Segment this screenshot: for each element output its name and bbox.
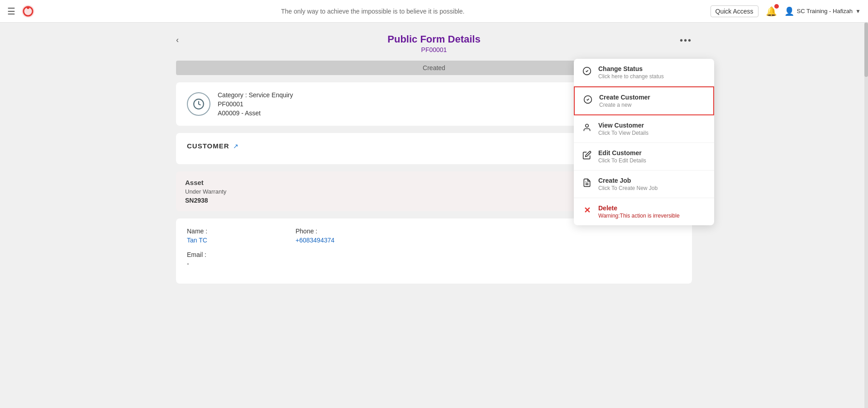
view-customer-desc: Click To View Details <box>598 130 649 136</box>
context-dropdown-menu: Change Status Click here to change statu… <box>574 59 714 225</box>
view-customer-title: View Customer <box>598 122 649 129</box>
menu-item-delete[interactable]: ✕ Delete Warning:This action is irrevers… <box>574 198 714 225</box>
info-row-email: Email : - <box>187 251 681 267</box>
edit-customer-desc: Click To Edit Details <box>598 157 646 164</box>
customer-section-title: CUSTOMER <box>187 142 229 150</box>
page-title-group: Public Form Details PF00001 <box>387 33 480 53</box>
quick-access-button[interactable]: Quick Access <box>711 5 758 17</box>
top-navigation: ☰ The only way to achieve the impossible… <box>0 0 868 23</box>
info-fields-card: Name : Tan TC Phone : +6083494374 Email … <box>176 218 692 284</box>
card-asset: A00009 - Asset <box>218 109 293 117</box>
change-status-text: Change Status Click here to change statu… <box>598 65 664 80</box>
name-field: Name : Tan TC <box>187 228 277 244</box>
svg-point-6 <box>586 124 589 128</box>
scrollbar-thumb[interactable] <box>864 23 868 77</box>
nav-right: Quick Access 🔔 👤 SC Training - Hafizah ▼ <box>711 5 861 17</box>
name-value: Tan TC <box>187 237 277 244</box>
hamburger-icon[interactable]: ☰ <box>7 6 15 17</box>
card-text-group: Category : Service Enquiry PF00001 A0000… <box>218 91 293 117</box>
asset-warranty: Under Warranty <box>185 188 226 195</box>
motto-text: The only way to achieve the impossible i… <box>35 8 711 15</box>
more-options-button[interactable]: ••• <box>680 35 692 46</box>
create-job-desc: Click To Create New Job <box>598 185 658 191</box>
email-label: Email : <box>187 251 277 258</box>
card-category: Category : Service Enquiry <box>218 91 293 99</box>
create-customer-title: Create Customer <box>599 94 650 101</box>
phone-label: Phone : <box>296 228 386 235</box>
menu-item-change-status[interactable]: Change Status Click here to change statu… <box>574 59 714 86</box>
svg-point-2 <box>27 6 29 9</box>
phone-value: +6083494374 <box>296 237 386 244</box>
back-button[interactable]: ‹ <box>176 35 179 45</box>
create-customer-desc: Create a new <box>599 102 650 108</box>
notification-icon[interactable]: 🔔 <box>766 6 777 17</box>
edit-customer-text: Edit Customer Click To Edit Details <box>598 149 646 164</box>
delete-desc: Warning:This action is irreversible <box>598 213 680 219</box>
create-customer-text: Create Customer Create a new <box>599 94 650 108</box>
status-label: Created <box>423 64 445 71</box>
delete-text: Delete Warning:This action is irreversib… <box>598 204 680 219</box>
clock-icon <box>187 92 210 116</box>
asset-sn: SN2938 <box>185 197 226 204</box>
create-job-icon <box>582 178 592 188</box>
create-job-text: Create Job Click To Create New Job <box>598 177 658 191</box>
edit-customer-icon <box>582 150 592 160</box>
name-label: Name : <box>187 228 277 235</box>
change-status-icon <box>582 66 592 76</box>
email-field: Email : - <box>187 251 277 267</box>
delete-icon: ✕ <box>582 205 592 215</box>
app-logo <box>21 4 35 19</box>
edit-customer-title: Edit Customer <box>598 149 646 157</box>
user-name-label: SC Training - Hafizah <box>797 8 853 14</box>
create-job-title: Create Job <box>598 177 658 184</box>
notification-badge <box>774 4 779 9</box>
email-value: - <box>187 260 277 267</box>
page-subtitle: PF00001 <box>387 46 480 53</box>
menu-item-view-customer[interactable]: View Customer Click To View Details <box>574 115 714 143</box>
asset-label: Asset <box>185 179 226 186</box>
change-status-desc: Click here to change status <box>598 73 664 80</box>
delete-title: Delete <box>598 204 680 212</box>
view-customer-icon <box>582 123 592 133</box>
create-customer-icon <box>583 95 593 104</box>
user-avatar-icon: 👤 <box>784 6 794 16</box>
chevron-down-icon: ▼ <box>855 8 861 14</box>
change-status-title: Change Status <box>598 65 664 72</box>
page-scrollbar[interactable] <box>864 23 868 408</box>
asset-left: Asset Under Warranty SN2938 <box>185 179 226 204</box>
page-header: ‹ Public Form Details PF00001 ••• <box>176 33 692 53</box>
menu-item-edit-customer[interactable]: Edit Customer Click To Edit Details <box>574 143 714 171</box>
menu-item-create-customer[interactable]: Create Customer Create a new <box>574 86 714 115</box>
card-form-id: PF00001 <box>218 100 293 108</box>
nav-left: ☰ <box>7 4 35 19</box>
menu-item-create-job[interactable]: Create Job Click To Create New Job <box>574 171 714 198</box>
view-customer-text: View Customer Click To View Details <box>598 122 649 136</box>
phone-field: Phone : +6083494374 <box>296 228 386 244</box>
info-row-name-phone: Name : Tan TC Phone : +6083494374 <box>187 228 681 244</box>
user-info-dropdown[interactable]: 👤 SC Training - Hafizah ▼ <box>784 6 861 16</box>
external-link-icon[interactable]: ↗ <box>233 142 238 150</box>
page-title: Public Form Details <box>387 33 480 45</box>
